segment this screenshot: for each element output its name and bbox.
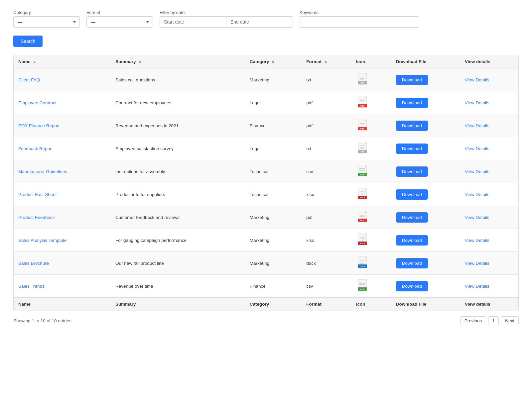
cell-view: View Details bbox=[460, 206, 518, 229]
name-link[interactable]: Product Feedback bbox=[18, 215, 55, 220]
cell-name: Feedback Report bbox=[14, 137, 111, 160]
download-button[interactable]: Download bbox=[396, 281, 428, 291]
cell-category: Legal bbox=[245, 91, 302, 114]
view-details-link[interactable]: View Details bbox=[465, 100, 489, 105]
cell-download: Download bbox=[391, 252, 460, 275]
view-details-link[interactable]: View Details bbox=[465, 261, 489, 266]
cell-view: View Details bbox=[460, 137, 518, 160]
footer-view: View details bbox=[460, 298, 518, 311]
view-details-link[interactable]: View Details bbox=[465, 284, 489, 289]
view-details-link[interactable]: View Details bbox=[465, 238, 489, 243]
svg-rect-72 bbox=[363, 283, 365, 284]
file-icon-docx: DOCX bbox=[356, 256, 371, 270]
svg-text:PDF: PDF bbox=[360, 220, 364, 222]
category-select[interactable]: — bbox=[13, 16, 80, 28]
view-details-link[interactable]: View Details bbox=[465, 215, 489, 220]
file-icon-pdf: PDF bbox=[356, 210, 371, 225]
view-details-link[interactable]: View Details bbox=[465, 192, 489, 197]
col-header-format[interactable]: Format ⇅ bbox=[302, 55, 351, 68]
table-row: Feedback Report Employee satisfaction su… bbox=[14, 137, 518, 160]
cell-category: Marketing bbox=[245, 206, 302, 229]
svg-text:DOCX: DOCX bbox=[360, 265, 365, 267]
date-filter-group: Filter by date: bbox=[160, 10, 293, 28]
name-link[interactable]: Sales Trends bbox=[18, 284, 45, 289]
cell-category: Technical bbox=[245, 160, 302, 183]
footer-icon: Icon bbox=[351, 298, 391, 311]
footer-download: Download File bbox=[391, 298, 460, 311]
cell-summary: Contract for new employees bbox=[111, 91, 245, 114]
cell-category: Marketing bbox=[245, 68, 302, 91]
keywords-input[interactable] bbox=[300, 16, 419, 28]
cell-format: csv bbox=[302, 275, 351, 298]
name-link[interactable]: Sales Analysis Template bbox=[18, 238, 66, 243]
cell-name: Manufacturer Guidelines bbox=[14, 160, 111, 183]
view-details-link[interactable]: View Details bbox=[465, 77, 489, 82]
name-link[interactable]: Sales Brochure bbox=[18, 261, 49, 266]
cell-category: Finance bbox=[245, 114, 302, 137]
cell-icon: PDF bbox=[351, 206, 391, 229]
download-button[interactable]: Download bbox=[396, 235, 428, 246]
cell-name: Product Feedback bbox=[14, 206, 111, 229]
svg-text:PDF: PDF bbox=[360, 105, 364, 107]
name-link[interactable]: Feedback Report bbox=[18, 146, 53, 151]
file-icon-txt: TXT bbox=[356, 72, 371, 87]
name-link[interactable]: EOY Finance Report bbox=[18, 123, 60, 128]
download-button[interactable]: Download bbox=[396, 189, 428, 200]
cell-format: xlsx bbox=[302, 183, 351, 206]
col-header-category[interactable]: Category ⇅ bbox=[245, 55, 302, 68]
svg-text:CSV: CSV bbox=[360, 288, 364, 290]
cell-format: txt bbox=[302, 137, 351, 160]
name-link[interactable]: Employee Contract bbox=[18, 100, 57, 105]
download-button[interactable]: Download bbox=[396, 258, 428, 268]
footer-format: Format bbox=[302, 298, 351, 311]
cell-summary: Product info for suppliers bbox=[111, 183, 245, 206]
table-row: Manufacturer Guidelines Instructions for… bbox=[14, 160, 518, 183]
cell-download: Download bbox=[391, 183, 460, 206]
pagination-controls: Previous 1 Next bbox=[460, 316, 519, 325]
col-header-name[interactable]: Name ▲ bbox=[14, 55, 111, 68]
col-header-summary[interactable]: Summary ⇅ bbox=[111, 55, 245, 68]
start-date-input[interactable] bbox=[160, 16, 226, 28]
svg-rect-75 bbox=[363, 284, 365, 285]
format-label: Format bbox=[86, 10, 153, 15]
view-details-link[interactable]: View Details bbox=[465, 146, 489, 151]
table-footer-row: Name Summary Category Format Icon Downlo… bbox=[14, 298, 518, 311]
download-button[interactable]: Download bbox=[396, 98, 428, 108]
col-header-download: Download File bbox=[391, 55, 460, 68]
cell-view: View Details bbox=[460, 183, 518, 206]
download-button[interactable]: Download bbox=[396, 121, 428, 131]
name-link[interactable]: Product Fact Sheet bbox=[18, 192, 57, 197]
end-date-input[interactable] bbox=[226, 16, 293, 28]
cell-view: View Details bbox=[460, 229, 518, 252]
download-button[interactable]: Download bbox=[396, 75, 428, 85]
svg-rect-73 bbox=[359, 284, 361, 285]
cell-name: Employee Contract bbox=[14, 91, 111, 114]
footer-summary: Summary bbox=[111, 298, 245, 311]
pagination-bar: Showing 1 to 10 of 10 entries Previous 1… bbox=[13, 316, 519, 325]
svg-rect-70 bbox=[359, 283, 361, 284]
documents-table-wrapper: Name ▲ Summary ⇅ Category ⇅ Format ⇅ Ico… bbox=[13, 55, 519, 311]
format-select[interactable]: — bbox=[86, 16, 153, 28]
sort-icon-summary: ⇅ bbox=[138, 60, 141, 64]
download-button[interactable]: Download bbox=[396, 212, 428, 223]
svg-rect-34 bbox=[363, 168, 365, 169]
previous-page-button[interactable]: Previous bbox=[460, 316, 486, 325]
cell-category: Marketing bbox=[245, 252, 302, 275]
download-button[interactable]: Download bbox=[396, 166, 428, 177]
name-link[interactable]: Client FAQ bbox=[18, 77, 40, 82]
date-inputs bbox=[160, 16, 293, 28]
category-label: Category bbox=[13, 10, 80, 15]
view-details-link[interactable]: View Details bbox=[465, 169, 489, 174]
view-details-link[interactable]: View Details bbox=[465, 123, 489, 128]
svg-rect-32 bbox=[359, 168, 361, 169]
cell-icon: XLS X bbox=[351, 229, 391, 252]
svg-text:XLS X: XLS X bbox=[360, 197, 365, 199]
cell-download: Download bbox=[391, 160, 460, 183]
next-page-button[interactable]: Next bbox=[501, 316, 519, 325]
svg-text:XLS X: XLS X bbox=[360, 243, 365, 245]
search-button[interactable]: Search bbox=[13, 36, 43, 47]
download-button[interactable]: Download bbox=[396, 144, 428, 154]
cell-summary: Revenue and expenses in 2021 bbox=[111, 114, 245, 137]
category-filter-group: Category — bbox=[13, 10, 80, 28]
name-link[interactable]: Manufacturer Guidelines bbox=[18, 169, 67, 174]
